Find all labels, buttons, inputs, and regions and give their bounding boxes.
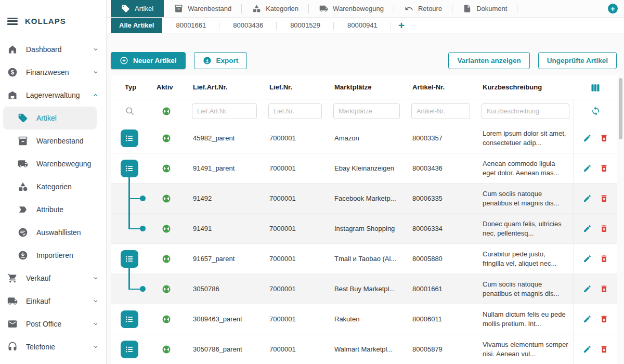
column-header-kurzbeschreibung[interactable]: Kurzbeschreibung xyxy=(474,83,574,91)
tab-artikel[interactable]: Artikel xyxy=(111,0,164,17)
refresh-icon[interactable] xyxy=(591,106,601,116)
article-tab-80003436[interactable]: 80003436 xyxy=(219,18,277,33)
active-status-icon[interactable] xyxy=(162,345,171,354)
sidebar-item-auswahllisten[interactable]: Auswahllisten xyxy=(0,221,106,244)
article-tab-80001529[interactable]: 80001529 xyxy=(277,18,334,33)
new-article-button[interactable]: Neuer Artikel xyxy=(111,52,186,69)
table-row[interactable]: 3089463_parent 7000001 Rakuten 80006011 … xyxy=(111,304,617,334)
table-row[interactable]: 3050786_parent 7000001 Walmart Marketpl.… xyxy=(111,334,617,364)
article-type-icon[interactable] xyxy=(121,160,138,177)
sidebar-item-artikel[interactable]: Artikel xyxy=(3,107,97,129)
delete-icon[interactable] xyxy=(600,284,608,293)
filter-lief-art-nr-input[interactable] xyxy=(192,103,257,119)
edit-icon[interactable] xyxy=(583,134,592,142)
sidebar-item-telefonie[interactable]: Telefonie xyxy=(0,335,106,358)
brand-name: KOLLAPS xyxy=(25,17,66,25)
table-row[interactable]: 3050786 7000001 Best Buy Marketpl... 800… xyxy=(111,274,617,304)
active-status-icon[interactable] xyxy=(162,164,171,173)
sidebar-item-finanzwesen[interactable]: $Finanzwesen xyxy=(0,61,106,84)
row-actions xyxy=(574,153,617,183)
active-status-icon[interactable] xyxy=(162,254,171,264)
column-header-artikel-nr[interactable]: Artikel-Nr. xyxy=(404,83,474,91)
delete-icon[interactable] xyxy=(600,194,608,203)
add-article-tab-button[interactable]: + xyxy=(391,20,412,31)
sidebar-item-importieren[interactable]: Importieren xyxy=(0,244,106,267)
active-status-icon[interactable] xyxy=(162,224,171,233)
sidebar-item-attribute[interactable]: Attribute xyxy=(0,198,106,221)
column-header-lief-nr[interactable]: Lief.Nr. xyxy=(261,83,326,91)
download-circle-icon xyxy=(203,56,212,65)
delete-icon[interactable] xyxy=(600,164,608,173)
tab-label: Warenbewegung xyxy=(333,5,384,12)
edit-icon[interactable] xyxy=(583,315,592,323)
delete-icon[interactable] xyxy=(600,254,608,263)
delete-icon[interactable] xyxy=(600,345,608,354)
article-tab-alle-artikel[interactable]: Alle Artikel xyxy=(111,18,162,33)
columns-settings-icon[interactable] xyxy=(590,83,601,92)
edit-icon[interactable] xyxy=(583,194,592,203)
sidebar-item-warenbewegung[interactable]: Warenbewegung xyxy=(0,152,106,175)
active-filter-icon[interactable] xyxy=(162,107,171,116)
tab-retoure[interactable]: Retoure xyxy=(394,0,452,17)
table-row[interactable]: 91491 7000001 Instagram Shopping 8000633… xyxy=(111,214,617,244)
edit-icon[interactable] xyxy=(583,284,592,293)
article-type-icon[interactable] xyxy=(121,310,138,328)
filter-marktplaetze-input[interactable] xyxy=(333,103,400,119)
row-actions xyxy=(574,274,617,304)
truck-icon xyxy=(18,159,28,169)
tab-label: Warenbestand xyxy=(188,5,231,12)
sidebar-item-verkauf[interactable]: Verkauf xyxy=(0,267,106,290)
tab-dokument[interactable]: Dokument xyxy=(452,0,517,17)
article-tab-80000941[interactable]: 80000941 xyxy=(334,18,391,33)
edit-icon[interactable] xyxy=(583,224,592,233)
delete-icon[interactable] xyxy=(600,134,608,142)
tab-warenbestand[interactable]: Warenbestand xyxy=(164,0,242,17)
table-row[interactable]: 45982_parent 7000001 Amazon 80003357 Lor… xyxy=(111,123,617,153)
table-header-row: Typ Aktiv Lief.Art.Nr. Lief.Nr. Marktplä… xyxy=(111,75,617,99)
vertical-scrollbar[interactable] xyxy=(619,78,622,139)
show-variants-button[interactable]: Varianten anzeigen xyxy=(448,52,529,69)
add-tab-button[interactable]: + xyxy=(608,4,618,14)
sidebar-item-label: Warenbestand xyxy=(36,137,84,145)
filter-kurzbeschreibung-input[interactable] xyxy=(482,103,569,119)
article-type-icon[interactable] xyxy=(121,250,138,268)
article-type-icon[interactable] xyxy=(121,341,138,358)
edit-icon[interactable] xyxy=(583,254,592,263)
table-row[interactable]: 91491_parent 7000001 Ebay Kleinanzeigen … xyxy=(111,153,617,184)
column-header-typ[interactable]: Typ xyxy=(111,83,148,91)
column-header-aktiv[interactable]: Aktiv xyxy=(148,83,185,91)
tab-kategorien[interactable]: Kategorien xyxy=(242,0,309,17)
hamburger-menu-icon[interactable] xyxy=(7,18,18,25)
table-row[interactable]: 91492 7000001 Facebook Marketp... 800063… xyxy=(111,184,617,214)
edit-icon[interactable] xyxy=(583,164,592,173)
column-header-marktplaetze[interactable]: Marktplätze xyxy=(326,83,404,91)
delete-icon[interactable] xyxy=(600,224,608,233)
sidebar-item-post-office[interactable]: Post Office xyxy=(0,313,106,335)
filter-artikel-nr-input[interactable] xyxy=(411,103,470,119)
search-icon[interactable] xyxy=(125,106,135,116)
article-tab-80001661[interactable]: 80001661 xyxy=(162,18,219,33)
sidebar-item-lagerverwaltung[interactable]: Lagerverwaltung xyxy=(0,84,106,107)
sidebar-item-label: Importieren xyxy=(36,251,73,259)
main-tab-bar: ArtikelWarenbestandKategorienWarenbewegu… xyxy=(107,0,624,18)
sidebar-item-einkauf[interactable]: Einkauf xyxy=(0,290,106,313)
tab-warenbewegung[interactable]: Warenbewegung xyxy=(309,0,394,17)
type-cell xyxy=(111,123,148,153)
sidebar-item-kategorien[interactable]: Kategorien xyxy=(0,175,106,198)
sidebar-item-warenbestand[interactable]: Warenbestand xyxy=(0,129,106,152)
edit-icon[interactable] xyxy=(583,345,592,354)
active-status-icon[interactable] xyxy=(162,194,171,203)
sidebar-item-dashboard[interactable]: Dashboard xyxy=(0,38,106,61)
table-row[interactable]: 91657_parent 7000001 Tmall и Taobao (Al.… xyxy=(111,244,617,274)
export-button[interactable]: Export xyxy=(194,52,248,69)
active-status-icon[interactable] xyxy=(162,284,171,294)
unchecked-articles-button[interactable]: Ungeprüfte Artikel xyxy=(538,52,617,69)
type-cell xyxy=(111,304,148,334)
tree-node-dot xyxy=(140,286,146,292)
delete-icon[interactable] xyxy=(600,315,608,323)
column-header-lief-art-nr[interactable]: Lief.Art.Nr. xyxy=(185,83,261,91)
article-type-icon[interactable] xyxy=(121,129,138,147)
filter-lief-nr-input[interactable] xyxy=(268,103,322,119)
active-status-icon[interactable] xyxy=(162,315,171,324)
active-status-icon[interactable] xyxy=(162,134,171,143)
